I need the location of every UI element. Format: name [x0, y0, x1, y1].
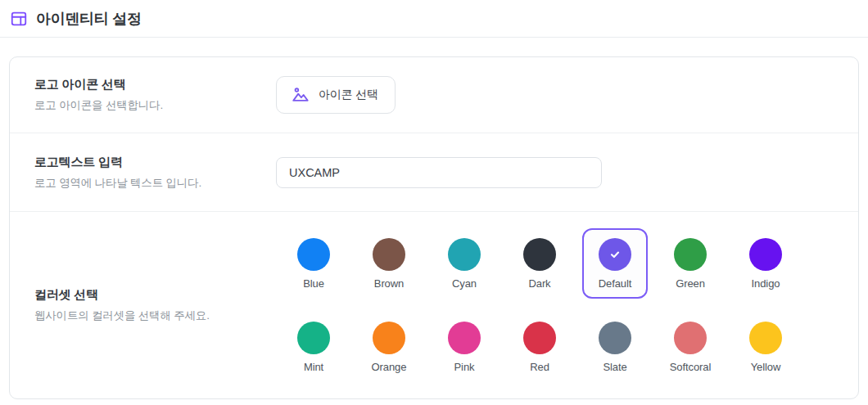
colorset-option-indigo[interactable]: Indigo	[733, 228, 798, 299]
color-circle-red	[523, 322, 556, 354]
color-label-yellow: Yellow	[751, 361, 781, 373]
logo-text-input[interactable]	[276, 157, 602, 188]
check-icon	[608, 248, 622, 261]
page-header: 아이덴티티 설정	[0, 0, 868, 38]
colorset-option-softcoral[interactable]: Softcoral	[658, 312, 723, 382]
logo-icon-description: 로고 아이콘을 선택합니다.	[34, 98, 276, 113]
color-label-slate: Slate	[603, 361, 626, 373]
colorset-option-slate[interactable]: Slate	[582, 312, 648, 382]
logo-text-title: 로고텍스트 입력	[34, 155, 276, 170]
icon-select-button[interactable]: 아이콘 선택	[276, 76, 396, 114]
colorset-option-green[interactable]: Green	[658, 228, 723, 299]
color-circle-yellow	[749, 322, 782, 354]
colorset-option-default[interactable]: Default	[582, 228, 648, 299]
color-label-indigo: Indigo	[752, 277, 780, 290]
colorset-option-mint[interactable]: Mint	[281, 312, 346, 382]
color-circle-dark	[523, 238, 556, 271]
logo-text-row: 로고텍스트 입력 로고 영역에 나타날 텍스트 입니다.	[10, 133, 858, 212]
color-circle-orange	[373, 322, 405, 354]
logo-text-description: 로고 영역에 나타날 텍스트 입니다.	[34, 176, 276, 191]
color-label-mint: Mint	[304, 361, 323, 373]
colorset-option-blue[interactable]: Blue	[281, 228, 346, 299]
color-label-orange: Orange	[372, 361, 407, 373]
color-circle-brown	[373, 238, 405, 271]
logo-icon-title: 로고 아이콘 선택	[34, 77, 276, 92]
colorset-option-pink[interactable]: Pink	[432, 312, 497, 382]
color-label-pink: Pink	[454, 361, 475, 373]
colorset-grid: BlueBrownCyanDarkDefaultGreenIndigoMintO…	[276, 228, 803, 382]
image-icon	[292, 86, 310, 104]
colorset-option-yellow[interactable]: Yellow	[733, 312, 798, 382]
color-label-red: Red	[530, 361, 549, 373]
colorset-option-cyan[interactable]: Cyan	[432, 228, 497, 299]
logo-icon-labels: 로고 아이콘 선택 로고 아이콘을 선택합니다.	[26, 77, 276, 113]
color-label-green: Green	[676, 277, 705, 290]
layout-icon	[10, 10, 28, 28]
page-title: 아이덴티티 설정	[36, 9, 142, 29]
colorset-labels: 컬러셋 선택 웹사이트의 컬러셋을 선택해 주세요.	[26, 287, 276, 323]
logo-icon-row: 로고 아이콘 선택 로고 아이콘을 선택합니다. 아이콘 선택	[10, 57, 858, 133]
color-circle-pink	[448, 322, 481, 354]
color-circle-mint	[297, 322, 330, 354]
color-label-softcoral: Softcoral	[670, 361, 711, 373]
color-circle-slate	[599, 322, 631, 354]
colorset-description: 웹사이트의 컬러셋을 선택해 주세요.	[34, 308, 276, 323]
color-label-cyan: Cyan	[452, 277, 477, 290]
color-circle-indigo	[749, 238, 782, 271]
colorset-option-brown[interactable]: Brown	[356, 228, 422, 299]
logo-text-labels: 로고텍스트 입력 로고 영역에 나타날 텍스트 입니다.	[26, 155, 276, 191]
color-label-dark: Dark	[528, 277, 550, 290]
colorset-option-dark[interactable]: Dark	[507, 228, 572, 299]
color-label-default: Default	[599, 277, 632, 290]
color-circle-green	[674, 238, 707, 271]
colorset-title: 컬러셋 선택	[34, 287, 276, 303]
color-circle-cyan	[448, 238, 481, 271]
colorset-row: 컬러셋 선택 웹사이트의 컬러셋을 선택해 주세요. BlueBrownCyan…	[10, 212, 858, 398]
color-circle-blue	[297, 238, 330, 271]
color-circle-softcoral	[674, 322, 707, 354]
icon-select-button-label: 아이콘 선택	[319, 88, 378, 102]
color-circle-default	[599, 238, 631, 271]
colorset-option-orange[interactable]: Orange	[356, 312, 422, 382]
identity-settings-card: 로고 아이콘 선택 로고 아이콘을 선택합니다. 아이콘 선택 로고텍스트 입력…	[9, 56, 859, 399]
color-label-brown: Brown	[374, 277, 404, 290]
color-label-blue: Blue	[303, 277, 324, 290]
colorset-option-red[interactable]: Red	[507, 312, 572, 382]
